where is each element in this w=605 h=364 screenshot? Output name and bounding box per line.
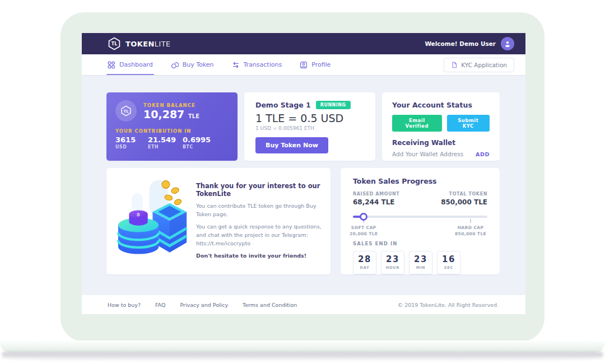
app-window: TL TOKENLITE Welcome! Demo User bbox=[82, 33, 525, 314]
footer-link-terms-condition[interactable]: Terms and Condition bbox=[243, 302, 297, 308]
swap-arrows-icon bbox=[232, 61, 240, 69]
balance-symbol: TLE bbox=[188, 113, 199, 119]
user-menu[interactable]: Welcome! Demo User bbox=[425, 37, 514, 50]
brand-logo: TL TOKENLITE bbox=[108, 37, 171, 50]
countdown-hour-box: 23 HOUR bbox=[381, 251, 404, 274]
contribution-eth-label: ETH bbox=[148, 144, 183, 150]
nav-tab-transactions[interactable]: Transactions bbox=[232, 54, 282, 75]
thanks-paragraph-3: Don't hesitate to invite your friends! bbox=[196, 252, 324, 260]
hard-cap-title: HARD CAP bbox=[455, 225, 486, 231]
progress-slider[interactable]: SOFT CAP 20,000 TLE HARD CAP 850,000 TLE bbox=[353, 211, 487, 236]
kyc-application-button[interactable]: KYC Application bbox=[444, 58, 514, 72]
token-balance-label: TOKEN BALANCE bbox=[143, 102, 199, 108]
coins-illustration: ฿ bbox=[115, 176, 189, 267]
contribution-usd: 3615 USD bbox=[115, 136, 148, 150]
progress-track bbox=[353, 216, 487, 218]
raised-amount-label: RAISED AMOUNT bbox=[353, 192, 399, 197]
nav-tab-profile[interactable]: Profile bbox=[300, 54, 331, 75]
footer-links: How to buy? FAQ Privacy and Policy Terms… bbox=[108, 302, 297, 308]
kyc-file-icon bbox=[451, 62, 458, 68]
account-status-card: Your Account Status Email Verified Submi… bbox=[382, 92, 500, 161]
brand-name-bold: TOKEN bbox=[125, 40, 155, 48]
footer-link-faq[interactable]: FAQ bbox=[155, 302, 165, 308]
total-token-value: 850,000 TLE bbox=[441, 198, 487, 206]
stage-title: Demo Stage 1 bbox=[255, 101, 311, 109]
sales-progress-title: Token Sales Progress bbox=[353, 177, 487, 185]
nav-label-buy-token: Buy Token bbox=[183, 61, 214, 68]
token-logo-icon: TL bbox=[115, 100, 137, 122]
laptop-base bbox=[0, 340, 605, 353]
kyc-button-label: KYC Application bbox=[461, 62, 507, 68]
coins-icon bbox=[171, 61, 179, 69]
nav-tab-dashboard[interactable]: Dashboard bbox=[108, 54, 153, 75]
token-rate: 1 TLE = 0.5 USD bbox=[255, 113, 364, 124]
account-status-title: Your Account Status bbox=[392, 101, 490, 109]
svg-text:TL: TL bbox=[111, 41, 118, 46]
progress-thumb[interactable] bbox=[360, 213, 367, 221]
hard-cap-tick bbox=[470, 219, 471, 223]
thanks-title: Thank you for your interest to our Token… bbox=[196, 182, 324, 198]
countdown-sec-unit: SEC bbox=[444, 265, 453, 270]
countdown-day-value: 28 bbox=[358, 255, 371, 264]
laptop-frame: TL TOKENLITE Welcome! Demo User bbox=[61, 12, 544, 342]
svg-text:฿: ฿ bbox=[137, 212, 140, 217]
email-verified-badge[interactable]: Email Verified bbox=[392, 115, 442, 132]
copyright-text: © 2019 TokenLite. All Right Reserved. bbox=[398, 302, 499, 308]
soft-cap-label: SOFT CAP 20,000 TLE bbox=[350, 225, 378, 237]
countdown-min-value: 23 bbox=[414, 255, 427, 264]
soft-cap-value: 20,000 TLE bbox=[350, 231, 378, 237]
thanks-card: ฿ Thank you for your interest to our Tok… bbox=[106, 168, 331, 274]
balance-value: 10,287 bbox=[143, 108, 184, 120]
dashboard-icon bbox=[108, 61, 115, 69]
countdown-day-box: 28 DAY bbox=[353, 251, 376, 274]
receiving-wallet-title: Receiving Wallet bbox=[392, 139, 490, 147]
brand-name: TOKENLITE bbox=[125, 40, 171, 48]
token-balance-amount: 10,287 TLE bbox=[143, 109, 199, 120]
welcome-text: Welcome! Demo User bbox=[425, 40, 496, 47]
raised-amount-value: 68,244 TLE bbox=[353, 198, 399, 206]
countdown-min-box: 23 MIN bbox=[409, 251, 432, 274]
wallet-address-text: Add Your Wallet Address bbox=[392, 151, 463, 157]
status-badge-running: RUNNING bbox=[316, 101, 351, 109]
contribution-btc-value: 0.6995 bbox=[183, 136, 211, 144]
app-header: TL TOKENLITE Welcome! Demo User bbox=[82, 33, 525, 54]
token-sub-rate: 1 USD = 0.005961 ETH bbox=[255, 125, 364, 131]
total-token-label: TOTAL TOKEN bbox=[441, 192, 487, 197]
app-footer: How to buy? FAQ Privacy and Policy Terms… bbox=[82, 295, 525, 314]
countdown-day-unit: DAY bbox=[360, 265, 370, 270]
contribution-eth-value: 21.549 bbox=[148, 136, 183, 144]
countdown-sec-box: 16 SEC bbox=[437, 251, 460, 274]
nav-label-transactions: Transactions bbox=[244, 61, 282, 68]
token-balance-card: TL TOKEN BALANCE 10,287 TLE YOUR CONTRIB… bbox=[106, 92, 238, 161]
hard-cap-value: 850,000 TLE bbox=[455, 231, 486, 237]
brand-name-light: LITE bbox=[155, 40, 171, 48]
user-avatar-icon[interactable] bbox=[501, 37, 514, 50]
countdown-sec-value: 16 bbox=[442, 255, 455, 264]
thanks-paragraph-1: You can contribute TLE token go through … bbox=[196, 202, 324, 218]
svg-text:TL: TL bbox=[124, 109, 129, 114]
countdown-min-unit: MIN bbox=[416, 265, 426, 270]
countdown-hour-unit: HOUR bbox=[386, 265, 399, 270]
sales-end-label: SALES END IN bbox=[353, 241, 487, 246]
footer-link-how-to-buy[interactable]: How to buy? bbox=[108, 302, 141, 308]
nav-label-profile: Profile bbox=[311, 61, 331, 68]
buy-token-now-button[interactable]: Buy Token Now bbox=[255, 137, 328, 153]
nav-label-dashboard: Dashboard bbox=[119, 61, 153, 68]
thanks-text: Thank you for your interest to our Token… bbox=[196, 182, 324, 260]
profile-icon bbox=[300, 61, 308, 69]
submit-kyc-badge[interactable]: Submit KYC bbox=[447, 115, 490, 132]
total-token: TOTAL TOKEN 850,000 TLE bbox=[441, 192, 487, 206]
footer-link-privacy-policy[interactable]: Privacy and Policy bbox=[180, 302, 228, 308]
countdown: 28 DAY 23 HOUR 23 MIN bbox=[353, 251, 487, 274]
hard-cap-label: HARD CAP 850,000 TLE bbox=[455, 225, 486, 237]
nav-items: Dashboard Buy Token Transactions bbox=[108, 54, 331, 75]
contribution-btc-label: BTC bbox=[183, 144, 211, 150]
laptop-shadow bbox=[2, 352, 603, 361]
nav-tab-buy-token[interactable]: Buy Token bbox=[171, 54, 214, 75]
add-wallet-link[interactable]: ADD bbox=[476, 151, 490, 157]
stage-card: Demo Stage 1 RUNNING 1 TLE = 0.5 USD 1 U… bbox=[244, 92, 375, 161]
contribution-usd-value: 3615 bbox=[115, 136, 148, 144]
thanks-paragraph-2: You can get a quick response to any ques… bbox=[196, 223, 324, 248]
page: TL TOKENLITE Welcome! Demo User bbox=[0, 0, 605, 364]
main-nav: Dashboard Buy Token Transactions bbox=[82, 54, 525, 75]
